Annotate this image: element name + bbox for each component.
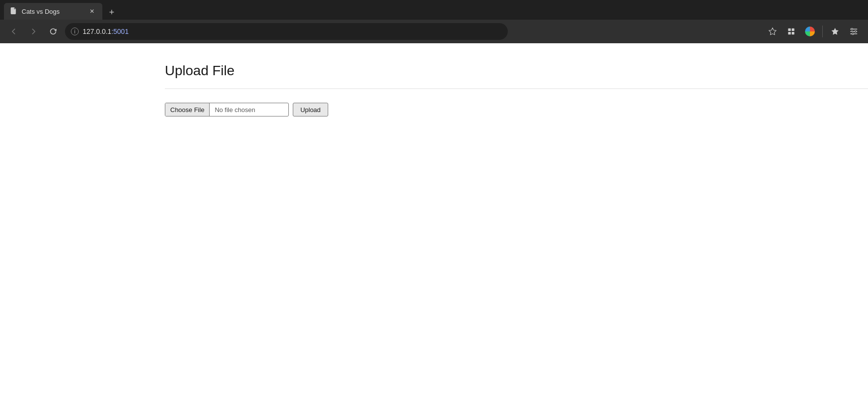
svg-point-8 (855, 30, 857, 32)
ms-account-icon (805, 27, 815, 36)
favorites-button[interactable] (764, 23, 781, 40)
address-bar[interactable]: i 127.0.0.1:5001 (65, 23, 508, 40)
ms-account-button[interactable] (802, 23, 818, 40)
choose-file-button[interactable]: Choose File (165, 103, 210, 116)
browser-settings-button[interactable] (845, 23, 862, 40)
tab-title: Cats vs Dogs (22, 8, 84, 15)
page-content: Upload File Choose File No file chosen U… (0, 43, 868, 404)
toolbar-divider (822, 26, 823, 37)
forward-button[interactable] (26, 24, 41, 39)
favorites-collections-button[interactable] (827, 23, 843, 40)
tab-area: Cats vs Dogs ✕ + (4, 0, 864, 20)
new-tab-button[interactable]: + (104, 5, 119, 20)
ms-office-button[interactable] (783, 23, 800, 40)
file-name-display: No file chosen (210, 106, 288, 114)
upload-button[interactable]: Upload (293, 103, 328, 116)
nav-right-actions (764, 23, 862, 40)
svg-rect-3 (792, 32, 794, 34)
title-bar: Cats vs Dogs ✕ + (0, 0, 868, 20)
browser-window: Cats vs Dogs ✕ + i 127.0.0.1: (0, 0, 868, 404)
svg-rect-1 (792, 29, 794, 31)
upload-form: Choose File No file chosen Upload (165, 103, 868, 116)
svg-point-7 (851, 28, 853, 30)
page-divider (165, 88, 868, 89)
site-info-icon[interactable]: i (71, 28, 79, 35)
browser-tab-active[interactable]: Cats vs Dogs ✕ (4, 3, 102, 20)
svg-rect-0 (788, 29, 791, 31)
refresh-button[interactable] (45, 24, 61, 39)
svg-point-9 (852, 33, 854, 35)
page-title: Upload File (165, 63, 868, 79)
file-input-wrapper: Choose File No file chosen (165, 103, 289, 116)
svg-rect-2 (788, 32, 791, 34)
address-text: 127.0.0.1:5001 (83, 28, 502, 35)
tab-document-icon (10, 7, 18, 15)
navigation-bar: i 127.0.0.1:5001 (0, 20, 868, 43)
back-button[interactable] (6, 24, 22, 39)
tab-close-button[interactable]: ✕ (88, 7, 96, 16)
